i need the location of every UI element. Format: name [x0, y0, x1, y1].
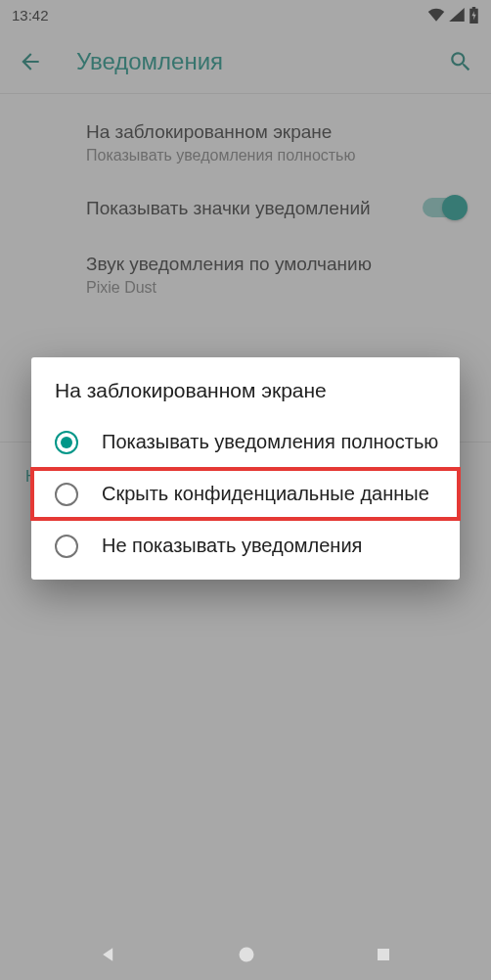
svg-point-0 [239, 948, 253, 962]
radio-option-hide-sensitive[interactable]: Скрыть конфиденциальные данные [31, 468, 460, 520]
nav-recents-button[interactable] [375, 946, 392, 963]
triangle-left-icon [99, 945, 118, 964]
svg-rect-1 [378, 949, 389, 960]
radio-option-dont-show[interactable]: Не показывать уведомления [31, 520, 460, 572]
square-icon [375, 946, 392, 963]
radio-label: Не показывать уведомления [102, 533, 362, 559]
radio-unselected-icon [55, 483, 78, 506]
lock-screen-dialog: На заблокированном экране Показывать уве… [31, 357, 460, 580]
radio-unselected-icon [55, 535, 78, 558]
radio-label: Показывать уведомления полностью [102, 429, 438, 455]
radio-label: Скрыть конфиденциальные данные [102, 481, 429, 507]
radio-option-show-all[interactable]: Показывать уведомления полностью [31, 416, 460, 468]
navigation-bar [0, 929, 491, 980]
nav-back-button[interactable] [99, 945, 118, 964]
nav-home-button[interactable] [237, 945, 256, 964]
radio-selected-icon [55, 431, 78, 454]
dialog-title: На заблокированном экране [31, 379, 460, 416]
circle-icon [237, 945, 256, 964]
